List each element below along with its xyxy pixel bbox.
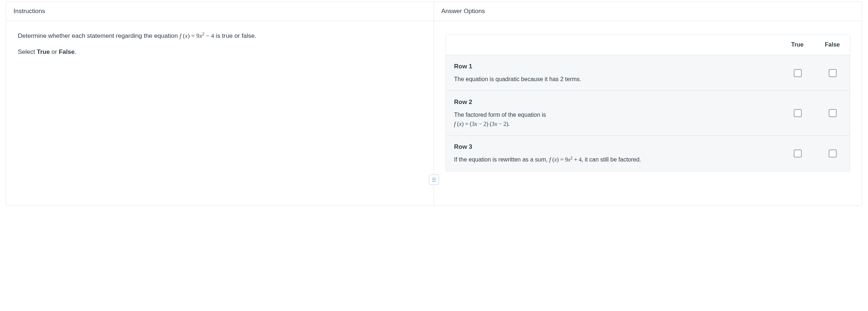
- row-text: The factored form of the equation isf (x…: [454, 111, 772, 129]
- svg-point-2: [433, 179, 433, 180]
- col-header-false: False: [815, 35, 850, 55]
- answer-body: True False Row 1 The equation is quadrat…: [434, 21, 862, 171]
- kw-false: False: [59, 48, 74, 55]
- row-statement: Row 2 The factored form of the equation …: [446, 91, 780, 135]
- equation-main: f (x) = 9x2 − 4: [179, 32, 214, 39]
- table-header-row: True False: [446, 35, 850, 55]
- svg-point-5: [434, 181, 435, 182]
- table-row: Row 1 The equation is quadratic because …: [446, 55, 850, 91]
- col-header-true: True: [780, 35, 815, 55]
- row1-false-checkbox[interactable]: [829, 69, 837, 77]
- row-title: Row 2: [454, 97, 772, 107]
- row1-true-checkbox[interactable]: [794, 69, 802, 77]
- row3-false-checkbox[interactable]: [829, 149, 837, 158]
- row-title: Row 3: [454, 142, 772, 152]
- question-card: Instructions Determine whether each stat…: [6, 1, 862, 206]
- row-title: Row 1: [454, 62, 772, 71]
- instructions-line-1: Determine whether each statement regardi…: [18, 31, 422, 41]
- answer-table: True False Row 1 The equation is quadrat…: [446, 34, 850, 171]
- resize-handle-icon[interactable]: [429, 175, 439, 185]
- svg-point-4: [433, 181, 433, 182]
- instructions-body: Determine whether each statement regardi…: [6, 21, 434, 74]
- svg-point-0: [433, 178, 433, 178]
- table-row: Row 2 The factored form of the equation …: [446, 91, 850, 135]
- row-text: If the equation is rewritten as a sum, f…: [454, 155, 772, 164]
- kw-true: True: [37, 48, 50, 55]
- table-row: Row 3 If the equation is rewritten as a …: [446, 135, 850, 171]
- row-text: The equation is quadratic because it has…: [454, 75, 772, 84]
- svg-point-3: [434, 179, 435, 180]
- answer-header: Answer Options: [434, 2, 862, 21]
- answer-panel: Answer Options True False Row 1 The equa…: [434, 2, 862, 206]
- row2-false-checkbox[interactable]: [829, 109, 837, 117]
- instructions-panel: Instructions Determine whether each stat…: [6, 2, 434, 206]
- row2-true-checkbox[interactable]: [794, 109, 802, 117]
- row3-true-checkbox[interactable]: [794, 149, 802, 158]
- table-header-blank: [446, 35, 780, 55]
- row-statement: Row 3 If the equation is rewritten as a …: [446, 136, 780, 171]
- svg-point-1: [434, 178, 435, 178]
- instructions-header: Instructions: [6, 2, 434, 21]
- row-statement: Row 1 The equation is quadratic because …: [446, 55, 780, 91]
- instructions-line-2: Select True or False.: [18, 47, 422, 57]
- split-panels: Instructions Determine whether each stat…: [6, 2, 862, 206]
